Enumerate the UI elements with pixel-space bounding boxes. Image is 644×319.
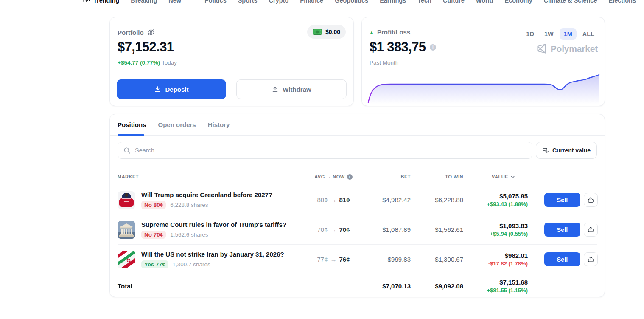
nav-item-label: Trending: [93, 0, 119, 4]
shares-count: 6,228.8 shares: [170, 202, 208, 208]
outcome-badge: No 80¢: [141, 201, 166, 209]
avg-now-cell: 70¢ → 70¢: [302, 226, 365, 233]
shares-count: 1,562.6 shares: [170, 231, 208, 238]
info-icon[interactable]: i: [347, 174, 353, 180]
tab-open-orders[interactable]: Open orders: [158, 121, 196, 128]
polymarket-brand: Polymarket: [536, 43, 598, 54]
table-total-row: Total $7,070.13 $9,092.08 $7,151.68 +$81…: [118, 274, 597, 298]
value-amount: $5,075.85: [463, 192, 528, 200]
nav-item-economy[interactable]: Economy: [505, 0, 532, 4]
trending-icon: [83, 0, 90, 3]
profit-up-triangle-icon: ▲: [370, 30, 374, 34]
nav-item-sports[interactable]: Sports: [238, 0, 258, 4]
col-header-market: MARKET: [118, 174, 302, 179]
outcome-badge: Yes 77¢: [141, 260, 168, 268]
sell-button[interactable]: Sell: [544, 252, 580, 266]
avg-now-cell: 80¢ → 81¢: [302, 196, 365, 203]
outcome-badge: No 70¢: [141, 231, 166, 239]
nav-item-crypto[interactable]: Crypto: [269, 0, 289, 4]
tab-positions[interactable]: Positions: [118, 121, 146, 128]
cash-banknote-icon: [313, 29, 322, 35]
portfolio-card: Portfolio $0.00 $7,152.31 +$54.77 (0.77%…: [109, 17, 354, 106]
sort-descending-icon: [542, 147, 549, 154]
withdraw-label: Withdraw: [283, 86, 311, 93]
nav-item-finance[interactable]: Finance: [300, 0, 323, 4]
total-label: Total: [118, 282, 302, 290]
total-value: $7,151.68: [463, 279, 528, 286]
value-amount: $1,093.83: [463, 222, 528, 229]
value-cell: $5,075.85 +$93.43 (1.88%): [463, 192, 528, 207]
total-value-cell: $7,151.68 +$81.55 (1.15%): [463, 279, 528, 294]
sort-button-label: Current value: [552, 147, 591, 154]
profit-loss-label: Profit/Loss: [377, 28, 410, 36]
nav-item-geopolitics[interactable]: Geopolitics: [335, 0, 368, 4]
active-tab-underline: [118, 134, 144, 136]
portfolio-change: +$54.77 (0.77%): [118, 59, 160, 66]
table-row: Will Trump acquire Greenland before 2027…: [118, 185, 597, 215]
category-nav: Trending Breaking New Politics Sports Cr…: [0, 0, 644, 5]
sell-button[interactable]: Sell: [544, 193, 580, 207]
nav-item-politics[interactable]: Politics: [204, 0, 227, 4]
portfolio-label: Portfolio: [118, 29, 144, 36]
chevron-down-icon: [510, 175, 515, 179]
avg-now-cell: 77¢ → 76¢: [302, 256, 365, 263]
portfolio-change-period: Today: [162, 59, 177, 66]
range-1w[interactable]: 1W: [540, 28, 558, 40]
bet-amount: $4,982.42: [365, 196, 411, 203]
hide-balance-eye-slash-icon[interactable]: [147, 28, 155, 36]
total-bet: $7,070.13: [365, 282, 411, 290]
arrow-right-icon: →: [330, 256, 337, 263]
range-1d[interactable]: 1D: [522, 28, 538, 40]
share-position-button[interactable]: [584, 223, 598, 237]
market-icon-us-iran-flags: [118, 251, 135, 268]
range-all[interactable]: ALL: [578, 28, 599, 40]
search-input[interactable]: [135, 147, 526, 154]
table-header: MARKET AVG → NOW i BET TO WIN VALUE: [118, 169, 597, 185]
arrow-right-icon: →: [330, 196, 337, 203]
deposit-arrow-down-icon: [154, 86, 161, 93]
value-amount: $982.01: [463, 252, 528, 259]
market-title[interactable]: Supreme Court rules in favor of Trump's …: [141, 221, 286, 228]
nav-item-earnings[interactable]: Earnings: [380, 0, 406, 4]
withdraw-button[interactable]: Withdraw: [236, 79, 347, 99]
nav-item-new[interactable]: New: [168, 0, 181, 4]
col-header-to-win: TO WIN: [411, 174, 463, 179]
value-cell: $982.01 -$17.82 (1.78%): [463, 252, 528, 267]
col-header-bet: BET: [365, 174, 411, 179]
profit-loss-sparkline-chart: [366, 73, 601, 104]
market-title[interactable]: Will the US not strike Iran by January 3…: [141, 251, 284, 258]
nav-item-climate-science[interactable]: Climate & Science: [544, 0, 597, 4]
bet-amount: $1,087.89: [365, 226, 411, 233]
sort-by-current-value-button[interactable]: Current value: [536, 142, 597, 159]
search-icon: [123, 147, 131, 154]
withdraw-arrow-up-icon: [272, 86, 279, 93]
range-1m[interactable]: 1M: [560, 28, 577, 40]
share-position-button[interactable]: [584, 193, 598, 207]
tab-history[interactable]: History: [208, 121, 230, 128]
info-icon[interactable]: i: [430, 44, 436, 51]
table-row: Will the US not strike Iran by January 3…: [118, 244, 597, 274]
nav-item-tech[interactable]: Tech: [417, 0, 431, 4]
nav-item-culture[interactable]: Culture: [443, 0, 465, 4]
nav-item-elections[interactable]: Elections: [609, 0, 636, 4]
to-win-amount: $6,228.80: [411, 196, 463, 203]
cash-balance-badge[interactable]: $0.00: [307, 25, 346, 39]
cash-balance-value: $0.00: [325, 28, 340, 35]
deposit-button[interactable]: Deposit: [117, 79, 226, 99]
value-change: +$93.43 (1.88%): [463, 201, 528, 207]
nav-divider: [193, 0, 193, 3]
sell-button[interactable]: Sell: [544, 223, 580, 237]
col-header-value[interactable]: VALUE: [463, 174, 528, 179]
market-title[interactable]: Will Trump acquire Greenland before 2027…: [141, 191, 272, 198]
share-export-icon: [588, 256, 594, 263]
positions-tabs: Positions Open orders History: [110, 114, 605, 136]
nav-item-trending[interactable]: Trending: [83, 0, 119, 4]
nav-item-breaking[interactable]: Breaking: [131, 0, 157, 4]
nav-item-world[interactable]: World: [476, 0, 493, 4]
polymarket-wordmark: Polymarket: [551, 44, 598, 54]
market-icon-trump-greenland: [118, 191, 135, 209]
share-position-button[interactable]: [584, 252, 598, 266]
positions-panel: Positions Open orders History Current va…: [109, 114, 605, 297]
polymarket-logo-icon: [536, 43, 547, 54]
table-row: Supreme Court rules in favor of Trump's …: [118, 215, 597, 244]
